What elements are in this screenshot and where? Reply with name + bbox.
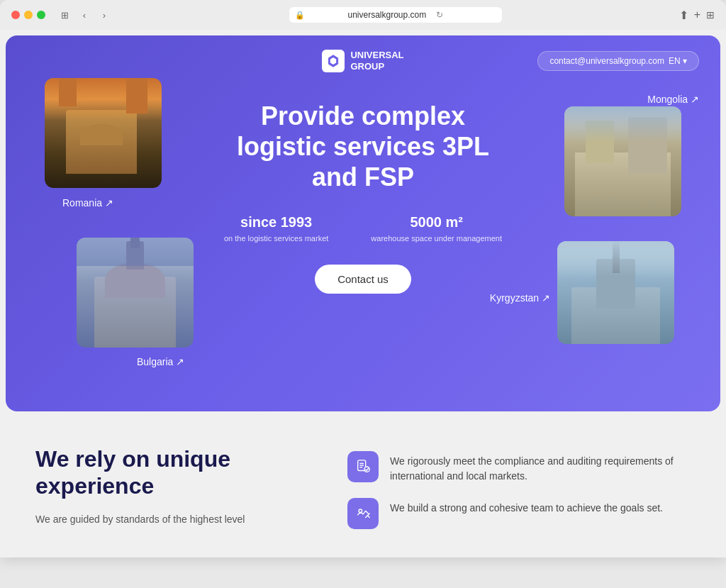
svg-point-6 xyxy=(364,467,369,472)
feature-text-2: We build a strong and cohesive team to a… xyxy=(390,498,663,516)
svg-line-9 xyxy=(367,516,369,518)
forward-button[interactable]: › xyxy=(96,7,112,23)
hero-section: UNIVERSAL GROUP contact@universalkgroup.… xyxy=(6,35,720,411)
address-bar: 🔒 universalkgroup.com ↻ xyxy=(118,7,674,23)
back-button[interactable]: ‹ xyxy=(77,7,92,23)
stat-years: since 1993 on the logistic services mark… xyxy=(224,214,328,243)
close-button[interactable] xyxy=(11,11,20,19)
logo-text: UNIVERSAL GROUP xyxy=(350,50,403,72)
email-text: contact@universalkgroup.com xyxy=(549,56,664,66)
bottom-description: We are guided by standards of the highes… xyxy=(35,511,305,527)
traffic-lights xyxy=(11,11,45,19)
contact-us-button[interactable]: Contact us xyxy=(315,265,411,294)
hero-content: Provide complex logistic services 3PL an… xyxy=(6,87,720,315)
stat-space-value: 5000 m² xyxy=(371,214,502,231)
stat-years-label: on the logistic services market xyxy=(224,233,328,243)
contact-email-button[interactable]: contact@universalkgroup.com EN ▾ xyxy=(537,51,699,71)
nav-right: contact@universalkgroup.com EN ▾ xyxy=(537,51,699,71)
url-text: universalkgroup.com xyxy=(347,10,426,20)
svg-point-7 xyxy=(359,509,362,513)
team-icon xyxy=(347,498,379,529)
language-selector[interactable]: EN ▾ xyxy=(669,56,687,66)
lock-icon: 🔒 xyxy=(295,11,305,20)
hero-stats: since 1993 on the logistic services mark… xyxy=(6,214,720,243)
maximize-button[interactable] xyxy=(37,11,45,19)
minimize-button[interactable] xyxy=(24,11,33,19)
logo: UNIVERSAL GROUP xyxy=(322,50,403,72)
bottom-left: We rely on unique experience We are guid… xyxy=(35,445,305,529)
browser-titlebar: ⊞ ‹ › 🔒 universalkgroup.com ↻ ⬆ + ⊞ xyxy=(0,0,726,30)
stat-space-label: warehouse space under management xyxy=(371,233,502,243)
logo-icon xyxy=(322,50,345,72)
new-tab-icon[interactable]: + xyxy=(694,9,700,21)
feature-text-1: We rigorously meet the compliance and au… xyxy=(390,451,691,484)
browser-controls: ⊞ ‹ › xyxy=(57,7,112,23)
browser-actions: ⬆ + ⊞ xyxy=(679,9,715,22)
page-content: UNIVERSAL GROUP contact@universalkgroup.… xyxy=(0,30,726,558)
feature-item-1: We rigorously meet the compliance and au… xyxy=(347,451,691,484)
tabs-icon[interactable]: ⊞ xyxy=(706,9,715,21)
bottom-section: We rely on unique experience We are guid… xyxy=(0,417,726,558)
url-input[interactable]: 🔒 universalkgroup.com ↻ xyxy=(289,7,502,23)
refresh-icon[interactable]: ↻ xyxy=(436,10,443,20)
bottom-right: We rigorously meet the compliance and au… xyxy=(347,445,691,529)
hero-title: Provide complex logistic services 3PL an… xyxy=(221,101,505,193)
stat-space: 5000 m² warehouse space under management xyxy=(371,214,502,243)
compliance-icon xyxy=(347,451,379,482)
feature-item-2: We build a strong and cohesive team to a… xyxy=(347,498,691,529)
bottom-title: We rely on unique experience xyxy=(35,445,305,500)
sidebar-toggle[interactable]: ⊞ xyxy=(57,7,72,23)
stat-years-value: since 1993 xyxy=(224,214,328,231)
bulgaria-label[interactable]: Bulgaria ↗ xyxy=(137,356,184,367)
share-icon[interactable]: ⬆ xyxy=(679,9,688,22)
